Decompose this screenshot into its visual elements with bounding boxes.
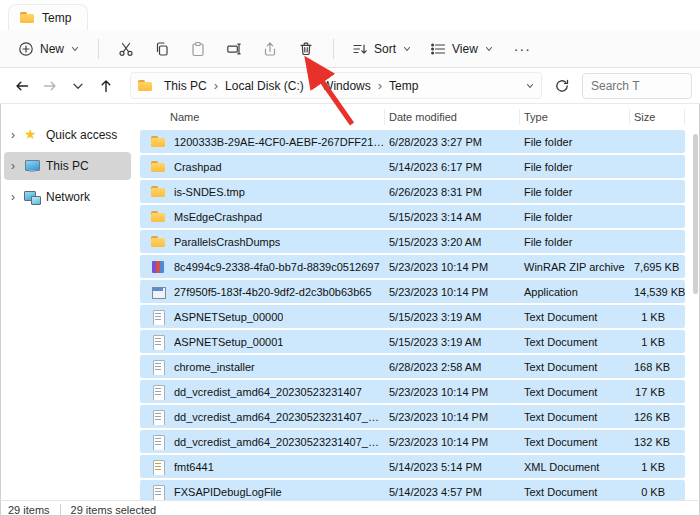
file-icon: [150, 284, 166, 300]
column-header-label: Date modified: [389, 111, 457, 123]
file-size: 1 KB: [630, 311, 685, 323]
breadcrumb-separator-icon: ›: [376, 78, 384, 93]
file-size: 132 KB: [630, 436, 685, 448]
chevron-right-icon[interactable]: ›: [8, 190, 18, 204]
file-row[interactable]: MsEdgeCrashpad 5/15/2023 3:14 AM File fo…: [140, 205, 685, 228]
more-options-button[interactable]: ···: [504, 35, 541, 63]
breadcrumb-item[interactable]: Temp: [384, 77, 423, 95]
file-name-cell: ASPNETSetup_00001: [140, 334, 385, 350]
breadcrumb-separator-icon: ›: [212, 78, 220, 93]
file-row[interactable]: chrome_installer 6/28/2023 2:58 AM Text …: [140, 355, 685, 378]
file-name: FXSAPIDebugLogFile: [174, 486, 282, 498]
back-arrow-icon: [14, 78, 30, 94]
share-button[interactable]: [253, 34, 287, 64]
refresh-icon: [554, 78, 570, 94]
sidebar-item-this-pc[interactable]: › This PC: [4, 152, 131, 180]
sort-icon: [352, 41, 368, 57]
vertical-scrollbar[interactable]: [693, 134, 698, 294]
column-header[interactable]: Type: [520, 109, 630, 125]
file-row[interactable]: is-SNDES.tmp 6/26/2023 8:31 PM File fold…: [140, 180, 685, 203]
file-row[interactable]: ASPNETSetup_00001 5/15/2023 3:19 AM Text…: [140, 330, 685, 353]
column-header-label: Type: [524, 111, 548, 123]
breadcrumb-item[interactable]: This PC: [159, 77, 212, 95]
new-button[interactable]: New: [10, 35, 88, 63]
file-name: fmt6441: [174, 461, 214, 473]
file-type: Application: [520, 286, 630, 298]
file-row[interactable]: ParallelsCrashDumps 5/15/2023 3:20 AM Fi…: [140, 230, 685, 253]
address-dropdown-icon[interactable]: [525, 81, 535, 91]
forward-button[interactable]: [36, 72, 64, 100]
sidebar-item-quick-access[interactable]: › Quick access: [4, 121, 131, 149]
file-name-cell: chrome_installer: [140, 359, 385, 375]
file-icon: [150, 484, 166, 500]
file-date: 5/23/2023 10:14 PM: [385, 411, 520, 423]
titlebar: Temp: [0, 0, 700, 30]
delete-button[interactable]: [289, 34, 323, 64]
file-type: File folder: [520, 236, 630, 248]
chevron-right-icon[interactable]: ›: [8, 128, 18, 142]
plus-circle-icon: [18, 41, 34, 57]
breadcrumb-item[interactable]: Windows: [317, 77, 376, 95]
file-name: MsEdgeCrashpad: [174, 211, 262, 223]
file-icon: [150, 209, 166, 225]
file-size: 0 KB: [630, 486, 685, 498]
file-type: Text Document: [520, 436, 630, 448]
file-name: is-SNDES.tmp: [174, 186, 245, 198]
file-name-cell: 8c4994c9-2338-4fa0-bb7d-8839c0512697: [140, 259, 385, 275]
file-row[interactable]: dd_vcredist_amd64_20230523231407_001_vcR…: [140, 430, 685, 453]
sidebar-item-network[interactable]: › Network: [4, 183, 131, 211]
rename-button[interactable]: [217, 34, 251, 64]
file-date: 6/26/2023 8:31 PM: [385, 186, 520, 198]
file-type: Text Document: [520, 336, 630, 348]
file-row[interactable]: Crashpad 5/14/2023 6:17 PM File folder: [140, 155, 685, 178]
file-type: WinRAR ZIP archive: [520, 261, 630, 273]
file-name-cell: dd_vcredist_amd64_20230523231407_000_vcR…: [140, 409, 385, 425]
sidebar: › Quick access › This PC › Network: [0, 104, 135, 500]
file-date: 5/23/2023 10:14 PM: [385, 261, 520, 273]
file-icon: [150, 434, 166, 450]
file-row[interactable]: FXSAPIDebugLogFile 5/14/2023 4:57 PM Tex…: [140, 480, 685, 500]
up-button[interactable]: [92, 72, 120, 100]
column-header[interactable]: Size: [630, 109, 685, 125]
file-size: 1 KB: [630, 461, 685, 473]
file-icon: [150, 334, 166, 350]
file-icon: [150, 384, 166, 400]
file-name: 8c4994c9-2338-4fa0-bb7d-8839c0512697: [174, 261, 380, 273]
view-icon: [430, 41, 446, 57]
file-size: 1 KB: [630, 336, 685, 348]
back-button[interactable]: [8, 72, 36, 100]
file-row[interactable]: ASPNETSetup_00000 5/15/2023 3:19 AM Text…: [140, 305, 685, 328]
refresh-button[interactable]: [548, 72, 576, 100]
up-arrow-icon: [98, 78, 114, 94]
file-row[interactable]: 8c4994c9-2338-4fa0-bb7d-8839c0512697 5/2…: [140, 255, 685, 278]
sort-button[interactable]: Sort: [344, 35, 420, 63]
chevron-right-icon[interactable]: ›: [8, 159, 18, 173]
paste-icon: [190, 41, 206, 57]
file-row[interactable]: 1200333B-29AE-4CF0-AEBF-267DFF21D16D-Si.…: [140, 130, 685, 153]
column-header[interactable]: Date modified: [385, 109, 520, 125]
file-icon: [150, 184, 166, 200]
folder-icon: [137, 78, 153, 94]
recent-locations-button[interactable]: [64, 72, 92, 100]
column-header[interactable]: Name: [140, 109, 385, 125]
file-name: ParallelsCrashDumps: [174, 236, 280, 248]
file-date: 5/23/2023 10:14 PM: [385, 436, 520, 448]
paste-button[interactable]: [181, 34, 215, 64]
view-button[interactable]: View: [422, 35, 502, 63]
file-row[interactable]: dd_vcredist_amd64_20230523231407_000_vcR…: [140, 405, 685, 428]
file-size: 168 KB: [630, 361, 685, 373]
file-name: ASPNETSetup_00000: [174, 311, 283, 323]
breadcrumb-item[interactable]: Local Disk (C:): [220, 77, 309, 95]
search-input[interactable]: [591, 79, 683, 93]
breadcrumb-field[interactable]: This PC › Local Disk (C:) › Windows › Te…: [130, 72, 542, 99]
copy-button[interactable]: [145, 34, 179, 64]
file-row[interactable]: fmt6441 5/14/2023 5:14 PM XML Document 1…: [140, 455, 685, 478]
file-row[interactable]: 27f950f5-183f-4b20-9df2-d2c3b0b63b65 5/2…: [140, 280, 685, 303]
file-size: 126 KB: [630, 411, 685, 423]
file-name-cell: Crashpad: [140, 159, 385, 175]
file-name: ASPNETSetup_00001: [174, 336, 283, 348]
cut-button[interactable]: [109, 34, 143, 64]
tab-temp[interactable]: Temp: [8, 4, 88, 30]
file-row[interactable]: dd_vcredist_amd64_20230523231407 5/23/20…: [140, 380, 685, 403]
file-size: 7,695 KB: [630, 261, 685, 273]
